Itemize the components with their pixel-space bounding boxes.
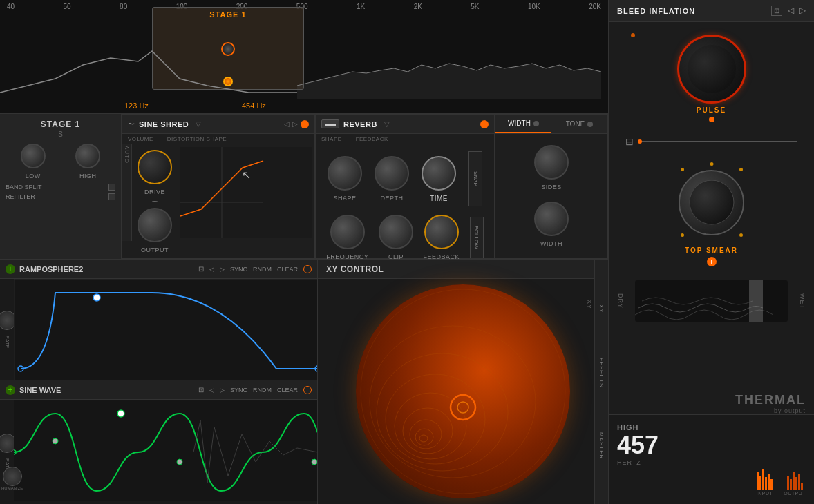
svg-point-19 (410, 420, 442, 449)
xy-control: XY CONTROL (318, 259, 608, 504)
waveform-svg (635, 280, 788, 322)
output-bar-1 (787, 476, 789, 490)
rate-label-ramp: RATE (5, 336, 10, 348)
sine-shred-power[interactable] (301, 120, 309, 128)
rev-freq-knob[interactable] (330, 215, 365, 249)
rev-feedback-knob[interactable] (424, 215, 459, 249)
follow-label: FOLLOW (473, 226, 480, 249)
ramp-back-icon[interactable]: ◁ (209, 266, 214, 273)
master-tab-label[interactable]: MASTER (598, 432, 605, 459)
sine-wave-add[interactable]: + (6, 385, 15, 395)
band-split-row: BAND SPLIT (6, 184, 115, 191)
sine-wave-curve-svg (14, 400, 317, 501)
sw-back-icon[interactable]: ◁ (209, 387, 214, 394)
high-knob[interactable] (75, 144, 100, 168)
sine-shred-section-labels: VOLUME DISTORTION SHAPE (122, 134, 314, 144)
humanize-knob[interactable] (3, 467, 22, 486)
ramposphere-curve-area[interactable] (14, 279, 317, 380)
sine-wave-curve-area[interactable] (14, 400, 317, 501)
undo-icon[interactable]: ◁ (788, 6, 794, 16)
wt-sides-knob[interactable] (534, 145, 569, 180)
right-panel: BLEED INFLATION ⊡ ◁ ▷ PULSE ⊟ (608, 0, 814, 504)
svg-point-16 (386, 374, 485, 464)
band-split-checkbox[interactable] (108, 184, 115, 191)
sine-shred-forward-icon[interactable]: ▷ (292, 120, 298, 128)
rev-feedback-label: FEEDBACK (356, 136, 388, 142)
sine-shred-back-icon[interactable]: ◁ (284, 120, 290, 128)
effects-tab-label[interactable]: EFFECTS (598, 358, 605, 387)
xy-tab[interactable]: XY (598, 304, 605, 313)
width-tone-panel: WIDTH TONE SIDES WIDTH (495, 114, 608, 259)
follow-button[interactable]: FOLLOW (470, 217, 484, 258)
input-bar-1 (757, 472, 759, 490)
svg-marker-0 (297, 64, 601, 99)
snap-button[interactable]: SNAP (468, 151, 482, 206)
stage1-knob-row: LOW HIGH (6, 144, 115, 180)
sw-rnd-btn[interactable]: RNDM (253, 387, 272, 394)
sine-shred-waveform-icon: 〜 (128, 119, 135, 129)
pulse-knob[interactable] (677, 35, 746, 104)
rev-shape-knob[interactable] (328, 156, 362, 191)
tone-tab[interactable]: TONE (551, 115, 607, 133)
low-knob[interactable] (21, 144, 46, 168)
rev-time-knob[interactable] (422, 156, 456, 191)
sw-clear-btn[interactable]: CLEAR (277, 387, 298, 394)
sine-shred-title: SINE SHRED (139, 120, 189, 128)
sine-shred-dropdown[interactable]: ▽ (196, 120, 201, 128)
width-tab[interactable]: WIDTH (495, 115, 551, 133)
output-group: OUTPUT (138, 208, 172, 253)
pulse-bottom-dot (709, 117, 714, 122)
sine-shred-knobs: DRIVE OUTPUT (132, 144, 178, 241)
pulse-top-dot (631, 33, 635, 37)
svg-point-8 (14, 450, 16, 454)
reverb-dropdown[interactable]: ▽ (384, 120, 390, 128)
slider-handle[interactable] (638, 139, 642, 144)
top-smear-plus[interactable]: + (707, 257, 717, 266)
sine-shred-panel: 〜 SINE SHRED ▽ ◁ ▷ VOLUME DISTORTION SHA… (122, 114, 315, 259)
sliders-icon[interactable]: ⊟ (625, 136, 634, 147)
xy-title: XY CONTROL (326, 264, 384, 274)
sw-play-icon[interactable]: ▷ (220, 387, 225, 394)
stage1-panel-title: STAGE 1 (6, 119, 115, 129)
refilter-checkbox[interactable] (108, 193, 115, 200)
sine-wave-power[interactable] (303, 386, 312, 394)
xy-sphere[interactable] (356, 284, 570, 498)
bottom-display: HIGH 457 HERTZ INPUT (609, 414, 814, 504)
output-knob[interactable] (138, 208, 172, 242)
redo-icon[interactable]: ▷ (799, 6, 806, 16)
ramposphere-power[interactable] (303, 265, 312, 273)
output-label: OUTPUT (784, 491, 806, 496)
pulse-label: PULSE (697, 106, 726, 114)
drive-label: DRIVE (138, 188, 172, 195)
top-smear-knob[interactable] (679, 170, 744, 235)
tone-dot (587, 122, 593, 127)
drive-knob[interactable] (138, 150, 172, 184)
hertz-sub: HERTZ (617, 459, 806, 466)
slider-track[interactable] (638, 141, 797, 142)
ramp-save-icon[interactable]: ⊡ (198, 265, 204, 273)
reverb-knobs-row: SHAPE DEPTH TIME SNAP (316, 144, 494, 213)
sw-sync-btn[interactable]: SYNC (230, 387, 247, 394)
ramp-sync-btn[interactable]: SYNC (230, 266, 247, 273)
ramp-rnd-btn[interactable]: RNDM (253, 266, 272, 273)
svg-point-6 (93, 294, 100, 301)
ramposphere-curve-container: RATE (0, 279, 317, 380)
right-knobs-area: PULSE ⊟ TOP SMEAR (609, 22, 814, 278)
svg-point-7 (315, 366, 317, 371)
top-smear-label: TOP SMEAR (685, 246, 738, 254)
rev-depth-knob[interactable] (375, 156, 409, 191)
reverb-power[interactable] (480, 120, 489, 128)
wt-width-knob[interactable] (534, 202, 569, 236)
ramp-clear-btn[interactable]: CLEAR (277, 266, 298, 273)
svg-point-17 (395, 393, 466, 459)
ramposphere-add[interactable]: + (6, 264, 15, 274)
width-dot (533, 121, 539, 126)
reverb-chip: ▬▬ (321, 119, 339, 128)
ramp-play-icon[interactable]: ▷ (220, 266, 225, 273)
save-icon[interactable]: ⊡ (771, 6, 782, 16)
ramposphere-panel: + RAMPOSPHERE2 ⊡ ◁ ▷ SYNC RNDM CLEAR RAT… (0, 259, 318, 380)
sw-save-icon[interactable]: ⊡ (198, 386, 204, 394)
contour-svg (356, 284, 570, 498)
rev-clip-knob[interactable] (379, 215, 413, 249)
freq-1k: 1K (357, 3, 365, 10)
